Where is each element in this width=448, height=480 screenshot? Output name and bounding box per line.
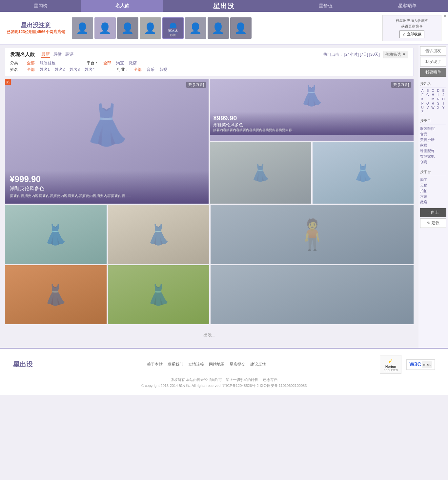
alpha-F[interactable]: F — [420, 93, 425, 97]
nav-item-star-chart[interactable]: 星闻榜 — [0, 0, 81, 12]
banner-close-button[interactable]: × — [444, 13, 446, 19]
nav-item-celebrity-products[interactable]: 名人款 — [81, 0, 163, 12]
hot-30d[interactable]: [30天] — [369, 52, 380, 57]
nav-logo[interactable]: 星出没 — [163, 0, 285, 12]
filter-name-all[interactable]: 全部 — [27, 67, 35, 72]
sidebar-platform-taobao[interactable]: 淘宝 — [420, 177, 446, 183]
product-zan-1: 赞 [1万多] — [186, 82, 206, 88]
product-card-4[interactable]: 👗 — [313, 142, 414, 204]
alpha-U[interactable]: U — [420, 106, 425, 110]
celebrity-photo-1[interactable]: 👤 — [72, 17, 93, 39]
product-name-1: 潮鞋英伦风多色 — [10, 186, 204, 192]
alpha-G[interactable]: G — [425, 93, 430, 97]
sidebar-platform-jd[interactable]: 京东 — [420, 194, 446, 199]
filter-cat-clothing[interactable]: 服装鞋包 — [40, 60, 55, 66]
filter-tab-most-liked[interactable]: 最赞 — [53, 51, 62, 58]
celebrity-photo-6[interactable]: 👤 — [185, 17, 206, 39]
sidebar-cat-home[interactable]: 家居 — [420, 143, 446, 148]
alpha-O[interactable]: O — [441, 97, 446, 101]
alpha-D[interactable]: D — [436, 89, 440, 92]
person-card-male-2-cont[interactable] — [211, 265, 414, 324]
filter-name-1[interactable]: 姓名1 — [40, 67, 50, 72]
footer-link-sitemap[interactable]: 网站地图 — [209, 362, 225, 367]
person-card-1[interactable]: 👗 — [5, 205, 107, 264]
celebrity-photo-3[interactable]: 👤 — [117, 17, 138, 39]
alpha-C[interactable]: C — [431, 89, 435, 92]
footer-link-contact[interactable]: 联系我们 — [168, 362, 183, 367]
alpha-K[interactable]: K — [420, 97, 425, 101]
footer-link-shop-submit[interactable]: 星店提交 — [230, 362, 245, 367]
alpha-M[interactable]: M — [431, 97, 435, 101]
alpha-S[interactable]: S — [436, 102, 440, 105]
filter-platform-weishop[interactable]: 微店 — [129, 60, 137, 66]
filter-tab-most-reviewed[interactable]: 最评 — [65, 51, 73, 58]
filter-industry-all[interactable]: 全部 — [134, 67, 142, 72]
footer-link-about[interactable]: 关于本站 — [147, 362, 163, 367]
alpha-A[interactable]: A — [420, 89, 425, 92]
sidebar-tell-friend-btn[interactable]: 告诉朋友 — [420, 46, 446, 56]
footer: 星出没 关于本站 联系我们 友情连接 网站地图 星店提交 建议反馈 ✓ Nort… — [0, 348, 448, 395]
celebrity-photo-4[interactable]: 👤 — [140, 17, 161, 39]
product-card-2[interactable]: 赞 [1万多] 👗 ¥999.90 潮鞋英伦风多色 摘要内容摘要内容摘要内容摘要… — [210, 79, 414, 141]
filter-tab-newest[interactable]: 最新 — [41, 51, 50, 58]
alpha-Q[interactable]: Q — [425, 102, 430, 105]
sidebar-platform-weishop[interactable]: 微店 — [420, 199, 446, 205]
filter-platform-taobao[interactable]: 淘宝 — [116, 60, 124, 66]
person-card-3[interactable]: 👗 — [5, 265, 107, 324]
product-card-1[interactable]: 热 赞 [1万多] 👗 ¥999.90 潮鞋英伦风多色 摘要内容摘要内容摘要内容… — [5, 79, 209, 204]
nav-item-star-showcase[interactable]: 星客晒单 — [367, 0, 448, 12]
person-card-male-1[interactable]: 🧍 — [211, 205, 414, 264]
sidebar-platform-tmall[interactable]: 天猫 — [420, 183, 446, 188]
footer-link-feedback[interactable]: 建议反馈 — [250, 362, 266, 367]
filter-platform-all[interactable]: 全部 — [103, 60, 111, 66]
alpha-J[interactable]: J — [441, 93, 446, 97]
sidebar-cat-electronics[interactable]: 数码家电 — [420, 154, 446, 159]
celebrity-photo-8[interactable]: 👤 — [230, 17, 252, 39]
person-card-4[interactable]: 👗 — [108, 265, 210, 324]
sidebar-found-it-btn[interactable]: 我发现了 — [420, 57, 446, 67]
footer-link-friendship[interactable]: 友情连接 — [188, 362, 204, 367]
celebrity-photo-2[interactable]: 👤 — [94, 17, 116, 39]
sidebar-cat-food[interactable]: 食品 — [420, 131, 446, 137]
alpha-N[interactable]: N — [436, 97, 440, 101]
person-grid-row2: 👗 👗 🧍 — [5, 205, 414, 264]
alpha-E[interactable]: E — [441, 89, 446, 92]
sidebar-platform-paipai[interactable]: 拍拍 — [420, 188, 446, 194]
filter-name-4[interactable]: 姓名4 — [85, 67, 95, 72]
sidebar-up-button[interactable]: ↑ 向上 — [420, 208, 446, 217]
hot-7d[interactable]: [7天] — [360, 52, 368, 57]
alpha-L[interactable]: L — [425, 97, 430, 101]
load-more[interactable]: 出没... — [5, 326, 414, 345]
celebrity-photo-fanbingbing[interactable]: 👤 范冰冰 影视 — [162, 17, 184, 39]
hot-24h[interactable]: [24小时] — [344, 52, 359, 57]
price-filter-button[interactable]: 价格筛选 ▼ — [383, 51, 408, 58]
sidebar-suggest-button[interactable]: ✎ 建议 — [420, 218, 446, 228]
footer-top: 星出没 关于本站 联系我们 友情连接 网站地图 星店提交 建议反馈 ✓ Nort… — [13, 355, 435, 374]
filter-name-3[interactable]: 姓名3 — [70, 67, 80, 72]
product-card-3[interactable]: 👗 — [210, 142, 311, 204]
filter-name-2[interactable]: 姓名2 — [55, 67, 65, 72]
collect-button[interactable]: ☆ 立即收藏 — [399, 30, 424, 38]
alpha-P[interactable]: P — [420, 102, 425, 105]
filter-industry-music[interactable]: 音乐 — [147, 67, 154, 72]
filter-cat-all[interactable]: 全部 — [27, 60, 35, 66]
alpha-X[interactable]: X — [436, 106, 440, 110]
alpha-R[interactable]: R — [431, 102, 435, 105]
alpha-B[interactable]: B — [425, 89, 430, 92]
sidebar-cat-beauty[interactable]: 美容护肤 — [420, 137, 446, 143]
alpha-Y[interactable]: Y — [441, 106, 446, 110]
alpha-V[interactable]: V — [425, 106, 430, 110]
celebrity-photo-7[interactable]: 👤 — [208, 17, 229, 39]
alpha-T[interactable]: T — [441, 102, 446, 105]
person-card-2[interactable]: 👗 — [108, 205, 210, 264]
alpha-W[interactable]: W — [431, 106, 435, 110]
alpha-I[interactable]: I — [436, 93, 440, 97]
sidebar-showcase-btn[interactable]: 我要晒单 — [420, 68, 446, 77]
filter-industry-film[interactable]: 影视 — [159, 67, 167, 72]
alpha-H[interactable]: H — [431, 93, 435, 97]
alpha-Z[interactable]: Z — [420, 110, 425, 114]
sidebar-cat-clothing[interactable]: 服装鞋帽 — [420, 126, 446, 131]
sidebar-cat-jewelry[interactable]: 珠宝配饰 — [420, 148, 446, 154]
nav-item-star-value[interactable]: 星价值 — [285, 0, 366, 12]
sidebar-cat-creative[interactable]: 创意 — [420, 159, 446, 165]
